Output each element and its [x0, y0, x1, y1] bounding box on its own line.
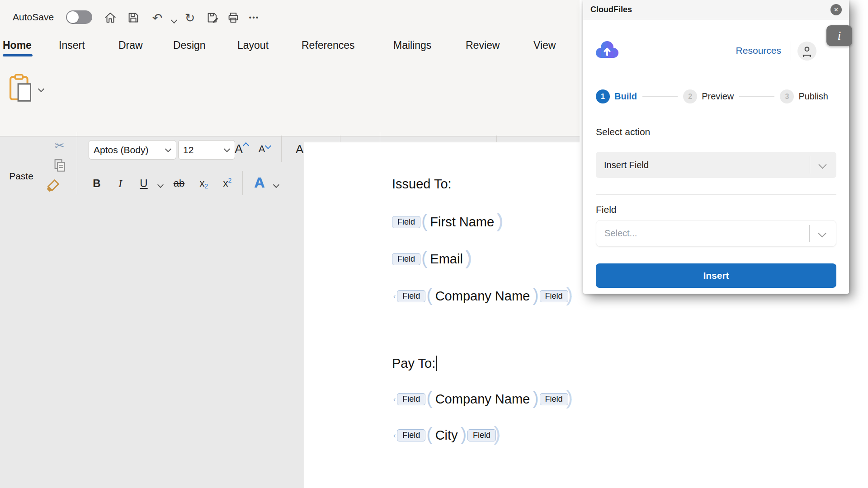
- resources-link[interactable]: Resources: [736, 45, 781, 56]
- account-icon[interactable]: [797, 42, 816, 61]
- content-control-tag[interactable]: Field: [397, 393, 425, 405]
- action-select[interactable]: Insert Field: [596, 152, 836, 178]
- cloudfiles-panel: CloudFiles ✕ i Resources: [583, 0, 849, 294]
- doc-heading[interactable]: Issued To:: [392, 177, 452, 192]
- content-control-start-arrow: ‹: [393, 432, 396, 440]
- content-control-tag[interactable]: Field: [392, 253, 420, 265]
- content-control-outer-bracket: ): [494, 423, 500, 444]
- divider: [596, 194, 836, 195]
- content-control-tag[interactable]: Field: [392, 216, 420, 228]
- content-control-tag[interactable]: Field: [540, 393, 568, 405]
- home-icon[interactable]: [102, 10, 118, 25]
- close-icon[interactable]: ✕: [830, 4, 842, 15]
- merge-field-row[interactable]: ‹Field(Company Name)Field›): [392, 286, 574, 306]
- strikethrough-button[interactable]: ab: [168, 174, 190, 193]
- italic-button[interactable]: I: [112, 174, 128, 193]
- save-as-icon[interactable]: [204, 10, 221, 25]
- content-control-tag[interactable]: Field: [397, 429, 425, 441]
- content-control-start-arrow: ‹: [393, 395, 396, 404]
- tab-references[interactable]: References: [302, 39, 355, 52]
- tab-review[interactable]: Review: [466, 39, 500, 52]
- step-label-build: Build: [614, 91, 637, 102]
- content-control-tag[interactable]: Field: [397, 290, 425, 302]
- step-label-preview: Preview: [702, 91, 734, 102]
- action-select-value: Insert Field: [604, 160, 649, 170]
- merge-field-name: City: [435, 428, 458, 443]
- merge-field-name: Company Name: [435, 289, 530, 304]
- tab-view[interactable]: View: [533, 39, 556, 52]
- underline-button[interactable]: U: [136, 174, 152, 193]
- content-control-outer-bracket: ): [465, 247, 472, 267]
- redo-icon[interactable]: ↻: [182, 10, 198, 25]
- font-name-select[interactable]: Aptos (Body): [89, 140, 176, 160]
- chevron-down-icon: [818, 229, 826, 237]
- tab-insert[interactable]: Insert: [59, 39, 85, 52]
- font-size-select[interactable]: 12: [178, 140, 235, 160]
- document-page[interactable]: Issued To:Field(First Name))Field(Email)…: [304, 142, 580, 488]
- save-icon[interactable]: [125, 10, 142, 25]
- step-connector: [739, 96, 774, 97]
- field-select[interactable]: Select...: [596, 220, 836, 247]
- more-commands-icon[interactable]: •••: [246, 10, 262, 25]
- content-control-tag[interactable]: Field: [540, 290, 568, 302]
- text-effects-button[interactable]: A: [250, 172, 269, 193]
- step-label-publish: Publish: [798, 91, 828, 102]
- content-control-outer-bracket: ): [566, 387, 573, 408]
- toggle-knob: [67, 11, 79, 23]
- panel-title: CloudFiles: [590, 5, 632, 14]
- shrink-font-button[interactable]: A: [256, 139, 274, 159]
- active-tab-underline: [3, 54, 33, 56]
- step-circle-preview[interactable]: 2: [683, 89, 697, 103]
- quick-access-toolbar: AutoSave ↶ ↻ •••: [0, 0, 580, 34]
- copy-icon[interactable]: [51, 156, 69, 174]
- content-control-start-arrow: ‹: [393, 292, 396, 300]
- step-connector: [642, 96, 678, 97]
- merge-field-name: Company Name: [435, 392, 530, 407]
- content-control-close-bracket: ): [461, 425, 467, 443]
- content-control-open-bracket: (: [421, 212, 427, 230]
- tab-layout[interactable]: Layout: [237, 39, 269, 52]
- cloudfiles-logo-icon: [595, 40, 619, 61]
- undo-menu-chevron-icon[interactable]: [171, 17, 177, 23]
- content-control-open-bracket: (: [426, 389, 432, 407]
- underline-menu-chevron-icon[interactable]: [157, 182, 164, 188]
- content-control-close-bracket: ): [533, 389, 538, 407]
- merge-field-name: Email: [430, 252, 463, 267]
- paste-label[interactable]: Paste: [6, 171, 36, 182]
- info-icon[interactable]: i: [826, 25, 852, 46]
- field-label: Field: [596, 204, 617, 215]
- autosave-label: AutoSave: [13, 0, 54, 34]
- tab-design[interactable]: Design: [173, 39, 206, 52]
- subscript-button[interactable]: x2: [194, 174, 213, 193]
- grow-font-button[interactable]: A: [233, 139, 251, 159]
- tab-mailings[interactable]: Mailings: [393, 39, 431, 52]
- content-control-close-bracket: ): [533, 286, 538, 304]
- superscript-button[interactable]: x2: [218, 174, 237, 193]
- step-circle-publish[interactable]: 3: [780, 89, 794, 103]
- cut-icon[interactable]: ✂: [51, 136, 69, 155]
- text-effects-chevron-icon[interactable]: [273, 182, 279, 188]
- content-control-open-bracket: (: [426, 286, 432, 304]
- chevron-down-icon: [818, 160, 826, 169]
- tab-home[interactable]: Home: [3, 39, 32, 52]
- ribbon: Paste ✂ Aptos (Body) 12 A A: [0, 63, 580, 136]
- doc-heading[interactable]: Pay To:: [392, 356, 437, 371]
- step-circle-build[interactable]: 1: [596, 89, 610, 103]
- tab-draw[interactable]: Draw: [118, 39, 143, 52]
- merge-field-row[interactable]: Field(Email)): [392, 249, 473, 269]
- merge-field-row[interactable]: Field(First Name)): [392, 212, 504, 232]
- print-icon[interactable]: [225, 10, 241, 25]
- content-control-outer-bracket: ): [496, 210, 503, 230]
- insert-button[interactable]: Insert: [596, 263, 836, 288]
- merge-field-row[interactable]: ‹Field(City)Field›): [392, 425, 501, 446]
- paste-menu-chevron-icon[interactable]: [38, 86, 44, 92]
- paste-button[interactable]: [7, 72, 35, 105]
- text-cursor: [436, 356, 437, 371]
- field-select-placeholder: Select...: [604, 228, 637, 239]
- autosave-toggle[interactable]: [66, 10, 92, 24]
- content-control-tag[interactable]: Field: [467, 429, 496, 441]
- undo-icon[interactable]: ↶: [149, 10, 165, 25]
- format-painter-icon[interactable]: [43, 175, 63, 195]
- merge-field-row[interactable]: ‹Field(Company Name)Field›): [392, 389, 574, 409]
- bold-button[interactable]: B: [89, 174, 105, 193]
